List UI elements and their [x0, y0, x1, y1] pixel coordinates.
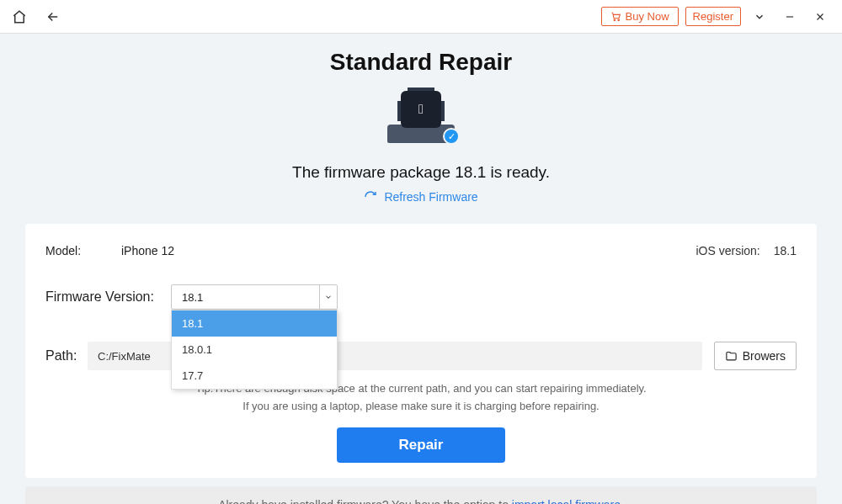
firmware-ready-text: The firmware package 18.1 is ready. — [0, 163, 842, 182]
model-label: Model: — [45, 244, 96, 257]
register-button[interactable]: Register — [685, 7, 741, 26]
minimize-button[interactable] — [778, 5, 802, 29]
apple-logo-icon:  — [418, 102, 424, 117]
back-icon[interactable] — [44, 8, 62, 26]
refresh-firmware-label: Refresh Firmware — [384, 190, 477, 204]
firmware-option[interactable]: 18.0.1 — [172, 337, 337, 363]
firmware-option[interactable]: 18.1 — [172, 310, 337, 337]
svg-point-0 — [614, 19, 616, 21]
svg-point-1 — [617, 19, 619, 21]
ios-version-value: 18.1 — [774, 244, 797, 257]
buy-now-button[interactable]: Buy Now — [601, 7, 679, 26]
titlebar-left — [10, 8, 62, 26]
folder-icon — [725, 350, 738, 363]
page-title: Standard Repair — [0, 34, 842, 76]
chip-icon:  ✓ — [387, 91, 455, 143]
firmware-card: Model: iPhone 12 iOS version: 18.1 Firmw… — [25, 224, 817, 478]
buy-now-label: Buy Now — [626, 10, 669, 23]
home-icon[interactable] — [10, 8, 29, 26]
check-badge-icon: ✓ — [443, 128, 460, 145]
page-body: Standard Repair  ✓ The firmware package… — [0, 34, 842, 504]
refresh-firmware-link[interactable]: Refresh Firmware — [364, 190, 477, 204]
firmware-version-selected[interactable]: 18.1 — [171, 284, 338, 310]
firmware-version-dropdown: 18.1 18.0.1 17.7 — [171, 310, 338, 390]
ios-version-label: iOS version: — [696, 244, 760, 257]
tip-line-2: If you are using a laptop, please make s… — [45, 398, 797, 416]
titlebar: Buy Now Register — [0, 0, 842, 34]
tip-line-1: Tip:There are enough disk space at the c… — [45, 380, 797, 398]
footer-text: Already have installed firmware? You hav… — [218, 498, 512, 504]
browse-button[interactable]: Browers — [714, 342, 797, 370]
repair-button[interactable]: Repair — [337, 427, 505, 463]
firmware-option[interactable]: 17.7 — [172, 363, 337, 389]
import-local-firmware-link[interactable]: import local firmware — [512, 498, 621, 504]
titlebar-right: Buy Now Register — [601, 5, 832, 29]
chevron-down-icon[interactable] — [748, 5, 771, 29]
tip-text: Tip:There are enough disk space at the c… — [45, 380, 797, 416]
footer-period: . — [621, 498, 624, 504]
path-label: Path: — [45, 348, 88, 363]
browse-label: Browers — [743, 349, 786, 363]
refresh-icon — [364, 190, 377, 204]
path-row: Path: Browers — [45, 342, 797, 370]
firmware-version-row: Firmware Version: 18.1 18.1 18.0.1 17.7 — [45, 284, 797, 310]
model-value: iPhone 12 — [121, 244, 174, 257]
firmware-version-select[interactable]: 18.1 18.1 18.0.1 17.7 — [171, 284, 338, 310]
model-row: Model: iPhone 12 iOS version: 18.1 — [45, 244, 797, 257]
cart-icon — [610, 11, 621, 22]
footer-bar: Already have installed firmware? You hav… — [25, 486, 817, 504]
close-button[interactable] — [808, 5, 832, 29]
hero:  ✓ The firmware package 18.1 is ready. … — [0, 91, 842, 207]
firmware-version-label: Firmware Version: — [45, 289, 154, 305]
